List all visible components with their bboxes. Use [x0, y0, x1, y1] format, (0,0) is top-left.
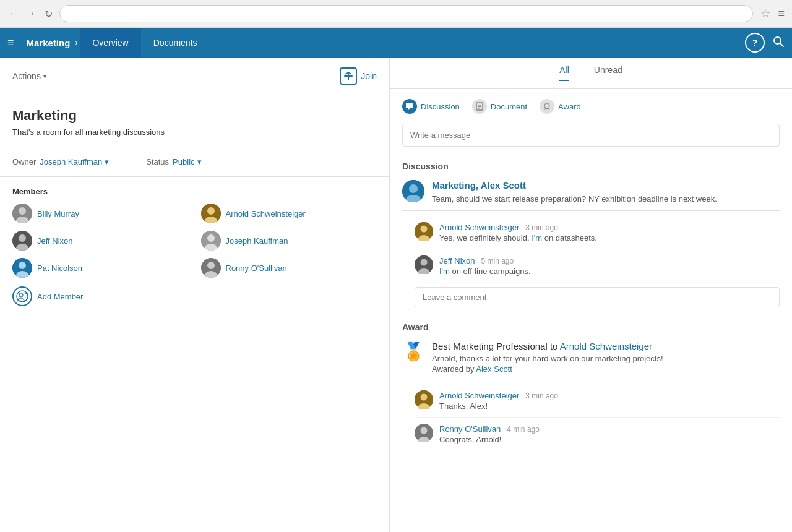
svg-point-36: [421, 259, 428, 265]
members-section: Members Billy Murray: [0, 177, 389, 316]
comment-text-jeff: I'm on off-line campaigns.: [439, 267, 531, 276]
award-comment-avatar-arnold: [415, 390, 433, 409]
member-ronny[interactable]: Ronny O'Sullivan: [201, 258, 377, 278]
join-label: Join: [361, 71, 377, 81]
document-icon: [472, 99, 487, 114]
discussion-card: Marketing, Alex Scott Team, should we st…: [402, 180, 780, 307]
award-trophy-icon: 🏅: [402, 341, 424, 363]
back-button[interactable]: ←: [7, 7, 20, 20]
address-bar[interactable]: [59, 5, 753, 22]
award-by-person[interactable]: Alex Scott: [476, 364, 512, 374]
tab-all-label: All: [559, 65, 569, 75]
tab-unread-label: Unread: [594, 65, 622, 75]
write-message-input[interactable]: [402, 124, 780, 147]
member-name-arnold: Arnold Schweinsteiger: [226, 209, 306, 218]
svg-point-3: [19, 207, 26, 215]
comment-content-jeff: Jeff Nixon 5 min ago I'm on off-line cam…: [439, 255, 531, 276]
leave-comment-input[interactable]: [415, 287, 780, 307]
forward-button[interactable]: →: [25, 7, 37, 20]
award-to-text: to: [550, 341, 560, 351]
member-avatar: [201, 231, 221, 251]
discussion-body: Team, should we start release preparatio…: [432, 193, 717, 205]
award-comment-text-ronny: Congrats, Arnold!: [439, 435, 540, 444]
svg-point-6: [207, 207, 215, 215]
bookmark-icon[interactable]: ☆: [760, 7, 770, 20]
comment-time-arnold: 3 min ago: [525, 223, 558, 232]
member-name-jeff-nixon: Jeff Nixon: [37, 236, 73, 246]
award-comment-text-arnold: Thanks, Alex!: [439, 401, 558, 411]
tab-all[interactable]: All: [559, 65, 569, 81]
reload-button[interactable]: ↻: [42, 7, 54, 20]
channel-desc-highlight: all marketing discussions: [75, 127, 165, 137]
document-type-button[interactable]: Document: [472, 99, 527, 114]
award-comments: Arnold Schweinsteiger 3 min ago Thanks, …: [402, 384, 780, 450]
award-content: Best Marketing Professional to Arnold Sc…: [432, 341, 663, 374]
hamburger-icon[interactable]: ≡: [7, 36, 14, 49]
comment-text-arnold: Yes, we definitely should. I'm on datash…: [439, 233, 597, 242]
join-icon: [340, 67, 357, 85]
right-tabs: All Unread: [390, 58, 792, 89]
award-by-prefix: Awarded by: [432, 364, 476, 374]
chevron-icon: ›: [75, 38, 77, 47]
main-layout: Actions ▾ Join Marketing That's a room f…: [0, 58, 792, 532]
award-type-label: Award: [558, 102, 581, 111]
member-avatar: [12, 231, 32, 251]
status-value[interactable]: Public ▾: [173, 157, 201, 166]
comment-arnold: Arnold Schweinsteiger 3 min ago Yes, we …: [415, 216, 780, 249]
member-pat-nicolson[interactable]: Pat Nicolson: [12, 258, 189, 278]
award-comment-author-arnold[interactable]: Arnold Schweinsteiger: [439, 391, 519, 400]
award-comment-author-ronny[interactable]: Ronny O'Sullivan: [439, 424, 501, 434]
nav-overview[interactable]: Overview: [80, 28, 140, 58]
member-joseph-kauffman[interactable]: Joseph Kauffman: [201, 231, 377, 251]
member-avatar: [12, 204, 32, 223]
discussion-section-label: Discussion: [402, 161, 780, 171]
join-button[interactable]: Join: [340, 67, 377, 85]
owner-value[interactable]: Joseph Kauffman ▾: [40, 157, 109, 166]
member-jeff-nixon[interactable]: Jeff Nixon: [12, 231, 189, 251]
comment-author-arnold[interactable]: Arnold Schweinsteiger: [439, 223, 519, 232]
owner-meta: Owner Joseph Kauffman ▾: [12, 157, 109, 166]
award-section: Award 🏅 Best Marketing Professional to A…: [402, 322, 780, 450]
discussion-title[interactable]: Marketing, Alex Scott: [432, 180, 717, 191]
discussion-type-label: Discussion: [421, 102, 460, 111]
discussion-author-avatar: [402, 180, 424, 202]
add-member-label: Add Member: [37, 292, 83, 301]
nav-documents[interactable]: Documents: [141, 28, 210, 58]
award-desc: Arnold, thanks a lot for your hard work …: [432, 354, 663, 363]
channel-meta: Owner Joseph Kauffman ▾ Status Public ▾: [0, 147, 389, 177]
tab-unread[interactable]: Unread: [594, 65, 622, 81]
app-header: ≡ Marketing › Overview Documents ?: [0, 28, 792, 58]
svg-point-12: [207, 234, 215, 242]
add-member-button[interactable]: Add Member: [12, 286, 377, 306]
discussion-type-button[interactable]: Discussion: [402, 99, 460, 114]
award-comment-time-arnold: 3 min ago: [525, 392, 558, 400]
channel-desc: That's a room for all marketing discussi…: [12, 127, 377, 137]
award-icon: [540, 99, 554, 114]
comment-avatar-arnold: [415, 222, 433, 241]
svg-point-9: [19, 234, 26, 242]
award-comment-time-ronny: 4 min ago: [507, 425, 540, 434]
help-button[interactable]: ?: [745, 33, 765, 53]
comment-author-jeff[interactable]: Jeff Nixon: [439, 256, 475, 265]
award-comment-ronny: Ronny O'Sullivan 4 min ago Congrats, Arn…: [415, 418, 780, 450]
discussion-comments: Arnold Schweinsteiger 3 min ago Yes, we …: [402, 216, 780, 282]
award-title-text: Best Marketing Professional: [432, 341, 550, 351]
right-panel: All Unread Discussion: [390, 58, 792, 532]
award-recipient[interactable]: Arnold Schweinsteiger: [560, 341, 652, 351]
award-comment-content-ronny: Ronny O'Sullivan 4 min ago Congrats, Arn…: [439, 424, 540, 444]
menu-icon[interactable]: ≡: [778, 7, 785, 20]
svg-point-18: [207, 262, 215, 269]
actions-button[interactable]: Actions ▾: [12, 71, 46, 81]
member-arnold[interactable]: Arnold Schweinsteiger: [201, 204, 377, 223]
member-billy-murray[interactable]: Billy Murray: [12, 204, 189, 223]
search-button[interactable]: [772, 35, 785, 51]
help-icon-label: ?: [752, 38, 758, 48]
award-type-button[interactable]: Award: [540, 99, 581, 114]
right-panel-content: Discussion Document: [390, 89, 792, 460]
brand-label: Marketing: [22, 38, 75, 48]
url-input[interactable]: [67, 9, 745, 19]
member-name-pat-nicolson: Pat Nicolson: [37, 264, 82, 273]
svg-point-33: [421, 225, 428, 232]
left-panel: Actions ▾ Join Marketing That's a room f…: [0, 58, 390, 532]
channel-info: Marketing That's a room for all marketin…: [0, 95, 389, 147]
